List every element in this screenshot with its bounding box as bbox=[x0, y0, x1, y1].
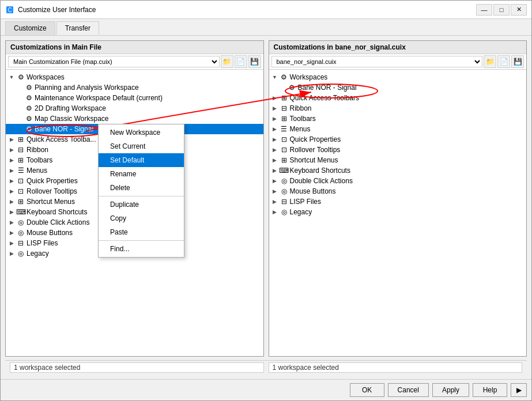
left-browse-button[interactable]: 📄 bbox=[235, 55, 247, 68]
menu-icon: ☰ bbox=[16, 166, 25, 175]
right-tree[interactable]: ▼ ⚙ Workspaces ⚙ Bane NOR - Signal ▶ ⊞ Q… bbox=[269, 70, 527, 356]
ctx-new-workspace[interactable]: New Workspace bbox=[99, 126, 184, 139]
item-label: Legacy bbox=[290, 208, 312, 216]
right-tree-item-legacy[interactable]: ▶ ◎ Legacy bbox=[269, 207, 527, 217]
right-browse-button[interactable]: 📄 bbox=[497, 55, 510, 68]
item-label: Legacy bbox=[27, 249, 49, 258]
right-tree-item-menus[interactable]: ▶ ☰ Menus bbox=[269, 124, 527, 134]
cancel-button[interactable]: Cancel bbox=[388, 383, 429, 397]
right-open-button[interactable]: 📁 bbox=[484, 55, 496, 68]
right-tree-item-shortcutmenus[interactable]: ▶ ⊞ Shortcut Menus bbox=[269, 155, 527, 165]
context-menu: New Workspace Set Current Set Default Re… bbox=[98, 124, 184, 258]
expander: ▶ bbox=[7, 145, 16, 154]
item-label: Bane NOR - Signal bbox=[298, 84, 357, 92]
right-tree-item-quickaccess[interactable]: ▶ ⊞ Quick Access Toolbars bbox=[269, 93, 527, 103]
apply-button[interactable]: Apply bbox=[432, 383, 469, 397]
tabs-bar: Customize Transfer bbox=[1, 19, 531, 36]
left-tree-item-drafting[interactable]: ⚙ 2D Drafting Workspace bbox=[6, 103, 263, 114]
item-label: Toolbars bbox=[27, 156, 52, 164]
minimize-button[interactable]: — bbox=[476, 4, 492, 16]
right-save-button[interactable]: 💾 bbox=[511, 55, 524, 68]
item-label: Keyboard Shortcuts bbox=[27, 208, 87, 216]
keyboard-icon: ⌨ bbox=[16, 207, 25, 217]
ctx-duplicate[interactable]: Duplicate bbox=[99, 198, 184, 211]
legacy-icon: ◎ bbox=[16, 249, 25, 258]
toolbar-icon: ⊞ bbox=[280, 114, 289, 123]
expander bbox=[15, 83, 24, 92]
legacy-icon: ◎ bbox=[280, 207, 289, 217]
toolbar-icon: ⊞ bbox=[16, 156, 25, 165]
left-panel-dropdown[interactable]: Main Customization File (map.cuix) bbox=[8, 56, 220, 67]
main-window: C Customize User Interface — □ ✕ Customi… bbox=[0, 0, 532, 401]
ctx-paste[interactable]: Paste bbox=[99, 225, 184, 239]
gear-icon: ⚙ bbox=[280, 73, 289, 82]
right-tree-item-lisp[interactable]: ▶ ⊟ LISP Files bbox=[269, 196, 527, 207]
gear-icon: ⚙ bbox=[24, 93, 33, 103]
item-label: Mouse Buttons bbox=[27, 229, 73, 237]
left-tree-item-maintenance[interactable]: ⚙ Maintenance Workspace Default (current… bbox=[6, 93, 263, 103]
right-panel-toolbar: bane_nor_signal.cuix 📁 📄 💾 bbox=[269, 54, 527, 70]
expander: ▶ bbox=[270, 207, 280, 217]
left-tree-item-planning[interactable]: ⚙ Planning and Analysis Workspace bbox=[6, 82, 263, 93]
left-open-button[interactable]: 📁 bbox=[221, 55, 233, 68]
tooltip-icon: ⊡ bbox=[280, 145, 289, 154]
ctx-copy[interactable]: Copy bbox=[99, 211, 184, 225]
help-button[interactable]: Help bbox=[473, 383, 507, 397]
expander: ▶ bbox=[270, 135, 280, 144]
expander: ▶ bbox=[7, 218, 16, 227]
gear-icon: ⚙ bbox=[24, 83, 33, 92]
left-tree-item-workspaces[interactable]: ▼ ⚙ Workspaces bbox=[6, 72, 263, 82]
ctx-set-default[interactable]: Set Default bbox=[99, 153, 184, 167]
right-tree-item-ribbon[interactable]: ▶ ⊟ Ribbon bbox=[269, 103, 527, 114]
expander: ▶ bbox=[270, 114, 280, 123]
expander: ▶ bbox=[270, 104, 280, 113]
expander: ▶ bbox=[270, 145, 280, 154]
item-label: Quick Access Toolba... bbox=[27, 135, 96, 143]
item-label: Rollover Tooltips bbox=[290, 146, 341, 154]
item-label: Menus bbox=[290, 125, 311, 133]
tab-customize[interactable]: Customize bbox=[5, 21, 55, 35]
right-panel-header: Customizations in bane_nor_signal.cuix bbox=[269, 41, 527, 54]
right-tree-item-rollover[interactable]: ▶ ⊡ Rollover Tooltips bbox=[269, 145, 527, 155]
close-button[interactable]: ✕ bbox=[511, 4, 527, 16]
item-label: Shortcut Menus bbox=[27, 198, 75, 206]
right-tree-item-workspaces[interactable]: ▼ ⚙ Workspaces bbox=[269, 72, 527, 82]
right-tree-item-banenor[interactable]: ⚙ Bane NOR - Signal bbox=[269, 82, 527, 93]
ctx-set-current[interactable]: Set Current bbox=[99, 139, 184, 153]
item-label: Ribbon bbox=[290, 104, 312, 112]
ctx-find[interactable]: Find... bbox=[99, 242, 184, 256]
ok-button[interactable]: OK bbox=[350, 383, 384, 397]
right-panel-dropdown[interactable]: bane_nor_signal.cuix bbox=[271, 56, 483, 67]
right-tree-item-mousebtns[interactable]: ▶ ◎ Mouse Buttons bbox=[269, 186, 527, 196]
expander bbox=[278, 83, 288, 92]
item-label: Planning and Analysis Workspace bbox=[35, 84, 139, 92]
expander bbox=[15, 124, 24, 134]
item-label: Double Click Actions bbox=[290, 177, 353, 185]
footer-buttons: OK Cancel Apply Help ▶ bbox=[1, 379, 531, 400]
expander: ▶ bbox=[7, 156, 16, 165]
item-label: Toolbars bbox=[290, 115, 316, 123]
lisp-icon: ⊟ bbox=[16, 239, 25, 248]
expander: ▶ bbox=[7, 197, 16, 206]
ctx-delete[interactable]: Delete bbox=[99, 181, 184, 195]
right-tree-item-toolbars[interactable]: ▶ ⊞ Toolbars bbox=[269, 114, 527, 124]
toolbar-icon: ⊞ bbox=[16, 135, 25, 144]
dblclick-icon: ◎ bbox=[16, 218, 25, 227]
right-tree-item-quickprops[interactable]: ▶ ⊡ Quick Properties bbox=[269, 134, 527, 145]
extra-button[interactable]: ▶ bbox=[511, 383, 527, 397]
right-tree-item-dblclick[interactable]: ▶ ◎ Double Click Actions bbox=[269, 176, 527, 186]
gear-icon: ⚙ bbox=[24, 114, 33, 123]
right-tree-item-kbshortcuts[interactable]: ▶ ⌨ Keyboard Shortcuts bbox=[269, 165, 527, 176]
maximize-button[interactable]: □ bbox=[493, 4, 510, 16]
gear-icon: ⚙ bbox=[16, 73, 25, 82]
left-tree-item-mapclassic[interactable]: ⚙ Map Classic Workspace bbox=[6, 114, 263, 124]
expander: ▶ bbox=[270, 197, 280, 206]
ctx-separator-2 bbox=[99, 240, 184, 241]
expander: ▶ bbox=[270, 156, 280, 165]
left-save-button[interactable]: 💾 bbox=[248, 55, 261, 68]
ctx-rename[interactable]: Rename bbox=[99, 167, 184, 181]
item-label: Shortcut Menus bbox=[290, 156, 338, 164]
title-controls: — □ ✕ bbox=[476, 4, 527, 16]
left-panel-header: Customizations in Main File bbox=[6, 41, 263, 54]
tab-transfer[interactable]: Transfer bbox=[56, 21, 99, 35]
